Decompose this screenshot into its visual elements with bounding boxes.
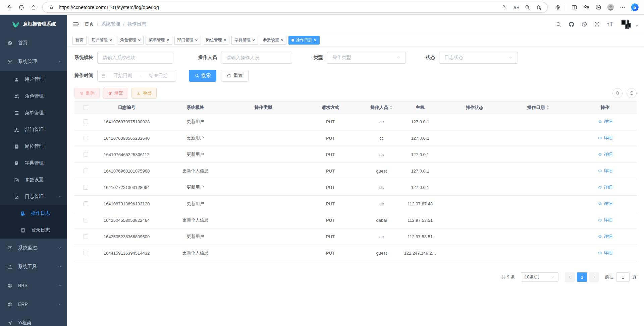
prev-page-button[interactable]	[565, 272, 575, 282]
close-icon[interactable]: ×	[138, 38, 141, 42]
refresh-table-button[interactable]	[627, 88, 637, 98]
row-checkbox[interactable]	[84, 169, 88, 173]
detail-link[interactable]: 详细	[598, 250, 612, 256]
tab-岗位管理[interactable]: 岗位管理×	[203, 36, 229, 45]
clear-button[interactable]: 清空	[103, 88, 128, 99]
collections-icon[interactable]	[593, 2, 604, 13]
favorite-add-icon[interactable]	[535, 4, 543, 10]
type-select[interactable]: 操作类型	[327, 52, 406, 64]
tab-菜单管理[interactable]: 菜单管理×	[146, 36, 172, 45]
sidebar-item-部门管理[interactable]: 部门管理	[0, 121, 67, 138]
close-icon[interactable]: ×	[224, 38, 226, 42]
sidebar-item-Yi框架[interactable]: Yi框架	[0, 314, 67, 326]
close-icon[interactable]: ×	[281, 38, 283, 42]
row-checkbox[interactable]	[84, 152, 88, 157]
module-input[interactable]	[97, 52, 173, 64]
close-icon[interactable]: ×	[195, 38, 198, 42]
date-range-picker[interactable]: 开始日期 - 结束日期	[97, 70, 176, 82]
row-checkbox[interactable]	[84, 185, 88, 190]
sort-caret-icon[interactable]	[389, 105, 393, 110]
read-aloud-icon[interactable]: A	[512, 4, 520, 10]
sidebar-item-系统监控[interactable]: 系统监控	[0, 239, 67, 257]
search-button[interactable]: 搜索	[189, 70, 216, 82]
goto-page-input[interactable]	[616, 272, 630, 282]
detail-link[interactable]: 详细	[598, 217, 612, 223]
sidebar-item-系统管理[interactable]: 系统管理	[0, 52, 67, 71]
tab-角色管理[interactable]: 角色管理×	[117, 36, 144, 45]
reset-button[interactable]: 重置	[221, 70, 249, 82]
close-icon[interactable]: ×	[252, 38, 255, 42]
sidebar-item-参数设置[interactable]: 参数设置	[0, 172, 67, 188]
detail-link[interactable]: 详细	[598, 135, 612, 141]
sidebar-item-系统工具[interactable]: 系统工具	[0, 257, 67, 276]
toggle-search-button[interactable]	[612, 88, 623, 98]
col-header-操作日期[interactable]: 操作日期	[503, 105, 574, 111]
select-all-checkbox[interactable]	[84, 105, 88, 110]
col-header-操作人员[interactable]: 操作人员	[369, 105, 394, 111]
refresh-button[interactable]	[16, 2, 27, 13]
key-icon[interactable]	[500, 4, 508, 10]
close-icon[interactable]: ×	[109, 38, 112, 42]
zoom-out-icon[interactable]	[523, 4, 531, 10]
delete-button[interactable]: 删除	[74, 88, 100, 99]
sidebar-item-操作日志[interactable]: 操作日志	[0, 205, 67, 222]
status-select[interactable]: 日志状态	[439, 52, 518, 64]
tab-字典管理[interactable]: 字典管理×	[231, 36, 258, 45]
back-button[interactable]	[4, 2, 15, 13]
sidebar-item-用户管理[interactable]: 用户管理	[0, 71, 67, 88]
sidebar-item-字典管理[interactable]: 字典管理	[0, 155, 67, 172]
extensions-icon[interactable]	[552, 2, 563, 13]
yi-logo-avatar[interactable]	[621, 19, 632, 29]
detail-link[interactable]: 详细	[598, 168, 612, 174]
page-size-select[interactable]: 10条/页	[521, 272, 558, 282]
detail-link[interactable]: 详细	[598, 201, 612, 207]
address-bar[interactable]: https://ccnetcore.com:1101/system/log/op…	[42, 2, 548, 13]
tab-首页[interactable]: 首页	[72, 36, 87, 45]
detail-link[interactable]: 详细	[598, 184, 612, 190]
row-checkbox[interactable]	[84, 119, 88, 124]
url-text[interactable]: https://ccnetcore.com:1101/system/log/op…	[59, 5, 497, 10]
fullscreen-icon[interactable]	[594, 21, 600, 27]
help-icon[interactable]	[581, 21, 587, 27]
row-checkbox[interactable]	[84, 251, 88, 255]
breadcrumb-item[interactable]: 首页	[85, 21, 94, 27]
font-size-icon[interactable]: TT	[607, 20, 614, 28]
sidebar-item-角色管理[interactable]: 角色管理	[0, 88, 67, 105]
sidebar-item-首页[interactable]: 首页	[0, 34, 67, 52]
close-icon[interactable]: ×	[166, 38, 169, 42]
sidebar-fold-icon[interactable]	[72, 21, 79, 27]
detail-link[interactable]: 详细	[598, 119, 612, 125]
detail-link[interactable]: 详细	[598, 234, 612, 240]
tab-部门管理[interactable]: 部门管理×	[174, 36, 201, 45]
row-checkbox[interactable]	[84, 136, 88, 140]
bing-icon[interactable]: b	[629, 2, 640, 13]
sidebar-item-登录日志[interactable]: 登录日志	[0, 222, 67, 239]
page-button-1[interactable]: 1	[577, 272, 587, 282]
next-page-button[interactable]	[589, 272, 599, 282]
tab-参数设置[interactable]: 参数设置×	[260, 36, 286, 45]
sidebar-item-日志管理[interactable]: 日志管理	[0, 188, 67, 205]
sidebar-item-BBS[interactable]: BBS	[0, 276, 67, 295]
favorites-bar-icon[interactable]	[581, 2, 592, 13]
caret-down-icon[interactable]	[635, 24, 639, 28]
sidebar-item-岗位管理[interactable]: 岗位管理	[0, 138, 67, 155]
row-checkbox[interactable]	[84, 234, 88, 239]
sidebar-item-ERP[interactable]: ERP	[0, 295, 67, 314]
app-logo[interactable]: 意框架管理系统	[0, 15, 67, 34]
profile-avatar[interactable]	[605, 2, 616, 13]
export-button[interactable]: 导出	[131, 88, 157, 99]
row-checkbox[interactable]	[84, 218, 88, 222]
search-icon[interactable]	[556, 21, 561, 27]
tab-操作日志[interactable]: 操作日志×	[288, 36, 319, 45]
close-icon[interactable]: ×	[314, 38, 316, 42]
home-button[interactable]	[28, 2, 39, 13]
split-screen-icon[interactable]	[569, 2, 580, 13]
tab-用户管理[interactable]: 用户管理×	[89, 36, 115, 45]
sidebar-item-菜单管理[interactable]: 菜单管理	[0, 105, 67, 121]
detail-link[interactable]: 详细	[598, 151, 612, 157]
github-icon[interactable]	[568, 21, 575, 27]
more-icon[interactable]	[617, 2, 628, 13]
sort-caret-icon[interactable]	[546, 105, 549, 110]
operator-input[interactable]	[221, 52, 292, 64]
row-checkbox[interactable]	[84, 201, 88, 206]
